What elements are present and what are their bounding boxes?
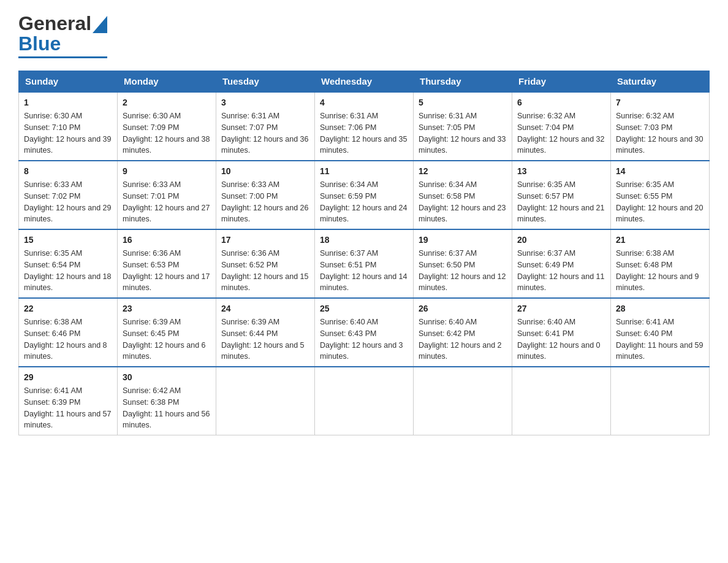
- logo-triangle-icon: [93, 16, 107, 33]
- sunrise-text: Sunrise: 6:42 AM: [123, 386, 181, 395]
- calendar-cell: 27Sunrise: 6:40 AMSunset: 6:41 PMDayligh…: [512, 298, 611, 367]
- daylight-text: Daylight: 12 hours and 5 minutes.: [221, 341, 305, 361]
- sunrise-text: Sunrise: 6:34 AM: [419, 180, 477, 189]
- sunrise-text: Sunrise: 6:37 AM: [320, 249, 378, 258]
- sunset-text: Sunset: 7:04 PM: [517, 123, 574, 132]
- daylight-text: Daylight: 12 hours and 9 minutes.: [616, 272, 699, 293]
- day-number: 6: [517, 96, 605, 109]
- header-wednesday: Wednesday: [315, 71, 414, 93]
- daylight-text: Daylight: 12 hours and 18 minutes.: [24, 272, 111, 293]
- logo-underline: [18, 56, 107, 58]
- day-number: 18: [320, 234, 408, 247]
- daylight-text: Daylight: 12 hours and 6 minutes.: [123, 341, 206, 361]
- calendar-cell: 14Sunrise: 6:35 AMSunset: 6:55 PMDayligh…: [611, 161, 710, 229]
- daylight-text: Daylight: 12 hours and 30 minutes.: [616, 135, 703, 155]
- daylight-text: Daylight: 12 hours and 26 minutes.: [221, 204, 308, 224]
- day-number: 28: [616, 302, 704, 315]
- sunset-text: Sunset: 7:01 PM: [123, 192, 179, 201]
- calendar-cell: 6Sunrise: 6:32 AMSunset: 7:04 PMDaylight…: [512, 92, 611, 161]
- day-number: 25: [320, 302, 408, 315]
- calendar-week-row: 1Sunrise: 6:30 AMSunset: 7:10 PMDaylight…: [19, 92, 710, 161]
- calendar-cell: 9Sunrise: 6:33 AMSunset: 7:01 PMDaylight…: [118, 161, 216, 229]
- calendar-cell: 10Sunrise: 6:33 AMSunset: 7:00 PMDayligh…: [216, 161, 315, 229]
- calendar-cell: 18Sunrise: 6:37 AMSunset: 6:51 PMDayligh…: [315, 229, 414, 298]
- sunrise-text: Sunrise: 6:35 AM: [616, 180, 674, 189]
- calendar-cell: 17Sunrise: 6:36 AMSunset: 6:52 PMDayligh…: [216, 229, 315, 298]
- day-number: 3: [221, 96, 309, 109]
- day-number: 26: [419, 302, 507, 315]
- calendar-cell: 16Sunrise: 6:36 AMSunset: 6:53 PMDayligh…: [118, 229, 216, 298]
- day-number: 12: [419, 165, 507, 178]
- sunrise-text: Sunrise: 6:41 AM: [616, 318, 674, 326]
- sunset-text: Sunset: 6:41 PM: [517, 329, 574, 338]
- daylight-text: Daylight: 12 hours and 15 minutes.: [221, 272, 308, 293]
- sunset-text: Sunset: 7:10 PM: [24, 123, 80, 132]
- calendar-cell: 12Sunrise: 6:34 AMSunset: 6:58 PMDayligh…: [414, 161, 512, 229]
- day-number: 19: [419, 234, 507, 247]
- daylight-text: Daylight: 12 hours and 35 minutes.: [320, 135, 407, 155]
- day-number: 5: [419, 96, 507, 109]
- svg-marker-0: [93, 16, 107, 33]
- sunrise-text: Sunrise: 6:39 AM: [221, 318, 279, 326]
- calendar-week-row: 8Sunrise: 6:33 AMSunset: 7:02 PMDaylight…: [19, 161, 710, 229]
- daylight-text: Daylight: 12 hours and 23 minutes.: [419, 204, 506, 224]
- calendar-header-row: SundayMondayTuesdayWednesdayThursdayFrid…: [19, 71, 710, 93]
- daylight-text: Daylight: 12 hours and 32 minutes.: [517, 135, 604, 155]
- sunset-text: Sunset: 7:02 PM: [24, 192, 80, 201]
- day-number: 27: [517, 302, 605, 315]
- sunset-text: Sunset: 6:48 PM: [616, 261, 672, 269]
- sunset-text: Sunset: 6:42 PM: [419, 329, 475, 338]
- sunrise-text: Sunrise: 6:38 AM: [24, 318, 82, 326]
- sunset-text: Sunset: 6:53 PM: [123, 261, 179, 269]
- calendar-cell: 3Sunrise: 6:31 AMSunset: 7:07 PMDaylight…: [216, 92, 315, 161]
- page-header: General Blue: [18, 12, 710, 58]
- sunset-text: Sunset: 6:54 PM: [24, 261, 80, 269]
- daylight-text: Daylight: 12 hours and 0 minutes.: [517, 341, 601, 361]
- calendar-cell: [512, 367, 611, 435]
- sunset-text: Sunset: 6:38 PM: [123, 398, 179, 407]
- calendar-cell: 19Sunrise: 6:37 AMSunset: 6:50 PMDayligh…: [414, 229, 512, 298]
- sunset-text: Sunset: 7:07 PM: [221, 123, 278, 132]
- calendar-cell: 25Sunrise: 6:40 AMSunset: 6:43 PMDayligh…: [315, 298, 414, 367]
- calendar-cell: [315, 367, 414, 435]
- calendar-table: SundayMondayTuesdayWednesdayThursdayFrid…: [18, 71, 710, 435]
- header-saturday: Saturday: [611, 71, 710, 93]
- day-number: 10: [221, 165, 309, 178]
- calendar-cell: 20Sunrise: 6:37 AMSunset: 6:49 PMDayligh…: [512, 229, 611, 298]
- sunrise-text: Sunrise: 6:40 AM: [517, 318, 575, 326]
- sunrise-text: Sunrise: 6:37 AM: [517, 249, 575, 258]
- day-number: 11: [320, 165, 408, 178]
- daylight-text: Daylight: 11 hours and 57 minutes.: [24, 410, 111, 430]
- sunrise-text: Sunrise: 6:33 AM: [123, 180, 181, 189]
- day-number: 4: [320, 96, 408, 109]
- sunrise-text: Sunrise: 6:33 AM: [24, 180, 82, 189]
- sunset-text: Sunset: 6:57 PM: [517, 192, 574, 201]
- sunrise-text: Sunrise: 6:35 AM: [517, 180, 575, 189]
- day-number: 8: [24, 165, 112, 178]
- calendar-cell: 8Sunrise: 6:33 AMSunset: 7:02 PMDaylight…: [19, 161, 118, 229]
- day-number: 9: [123, 165, 211, 178]
- sunset-text: Sunset: 6:45 PM: [123, 329, 179, 338]
- calendar-cell: 28Sunrise: 6:41 AMSunset: 6:40 PMDayligh…: [611, 298, 710, 367]
- calendar-cell: 11Sunrise: 6:34 AMSunset: 6:59 PMDayligh…: [315, 161, 414, 229]
- logo-text-general: General: [18, 12, 91, 35]
- sunrise-text: Sunrise: 6:33 AM: [221, 180, 279, 189]
- daylight-text: Daylight: 12 hours and 38 minutes.: [123, 135, 210, 155]
- calendar-cell: 5Sunrise: 6:31 AMSunset: 7:05 PMDaylight…: [414, 92, 512, 161]
- sunset-text: Sunset: 6:49 PM: [517, 261, 574, 269]
- sunset-text: Sunset: 6:59 PM: [320, 192, 376, 201]
- sunset-text: Sunset: 6:44 PM: [221, 329, 278, 338]
- sunset-text: Sunset: 6:55 PM: [616, 192, 672, 201]
- sunset-text: Sunset: 7:09 PM: [123, 123, 179, 132]
- daylight-text: Daylight: 12 hours and 21 minutes.: [517, 204, 604, 224]
- sunrise-text: Sunrise: 6:40 AM: [419, 318, 477, 326]
- calendar-cell: 1Sunrise: 6:30 AMSunset: 7:10 PMDaylight…: [19, 92, 118, 161]
- sunset-text: Sunset: 6:40 PM: [616, 329, 672, 338]
- header-friday: Friday: [512, 71, 611, 93]
- sunset-text: Sunset: 7:00 PM: [221, 192, 278, 201]
- day-number: 2: [123, 96, 211, 109]
- sunrise-text: Sunrise: 6:36 AM: [123, 249, 181, 258]
- sunrise-text: Sunrise: 6:30 AM: [123, 112, 181, 120]
- daylight-text: Daylight: 12 hours and 36 minutes.: [221, 135, 308, 155]
- sunrise-text: Sunrise: 6:31 AM: [221, 112, 279, 120]
